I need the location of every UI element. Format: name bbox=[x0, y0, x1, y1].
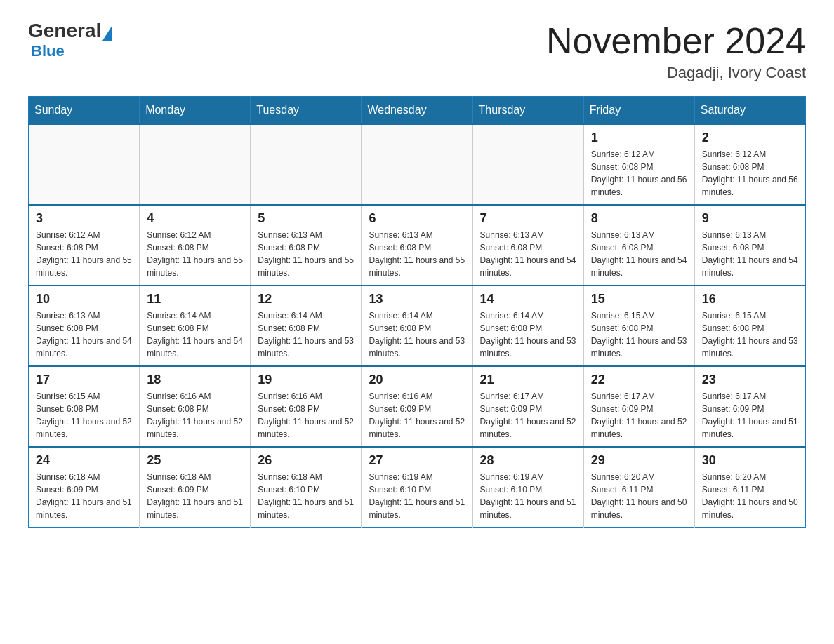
day-number: 3 bbox=[36, 211, 132, 226]
day-number: 9 bbox=[702, 211, 798, 226]
day-number: 7 bbox=[480, 211, 576, 226]
day-info: Sunrise: 6:15 AM Sunset: 6:08 PM Dayligh… bbox=[36, 390, 132, 441]
day-info: Sunrise: 6:18 AM Sunset: 6:10 PM Dayligh… bbox=[258, 471, 354, 521]
calendar-cell: 15Sunrise: 6:15 AM Sunset: 6:08 PM Dayli… bbox=[583, 286, 694, 366]
calendar-cell: 20Sunrise: 6:16 AM Sunset: 6:09 PM Dayli… bbox=[362, 366, 472, 447]
day-info: Sunrise: 6:18 AM Sunset: 6:09 PM Dayligh… bbox=[147, 471, 243, 521]
month-year-title: November 2024 bbox=[546, 21, 806, 61]
calendar-week-row: 3Sunrise: 6:12 AM Sunset: 6:08 PM Daylig… bbox=[29, 205, 806, 286]
calendar-cell: 27Sunrise: 6:19 AM Sunset: 6:10 PM Dayli… bbox=[362, 447, 472, 528]
weekday-header-wednesday: Wednesday bbox=[362, 97, 472, 125]
day-number: 30 bbox=[702, 453, 798, 468]
calendar-cell: 1Sunrise: 6:12 AM Sunset: 6:08 PM Daylig… bbox=[583, 124, 694, 205]
weekday-header-saturday: Saturday bbox=[694, 97, 805, 125]
day-number: 1 bbox=[591, 130, 687, 145]
day-number: 22 bbox=[591, 373, 687, 387]
calendar-week-row: 24Sunrise: 6:18 AM Sunset: 6:09 PM Dayli… bbox=[29, 447, 806, 528]
calendar-cell bbox=[29, 124, 140, 205]
calendar-cell: 16Sunrise: 6:15 AM Sunset: 6:08 PM Dayli… bbox=[694, 286, 805, 366]
day-number: 10 bbox=[36, 292, 132, 307]
calendar-cell: 5Sunrise: 6:13 AM Sunset: 6:08 PM Daylig… bbox=[251, 205, 362, 286]
weekday-header-tuesday: Tuesday bbox=[251, 97, 362, 125]
calendar-table: SundayMondayTuesdayWednesdayThursdayFrid… bbox=[28, 96, 806, 528]
calendar-cell: 6Sunrise: 6:13 AM Sunset: 6:08 PM Daylig… bbox=[362, 205, 472, 286]
calendar-cell bbox=[140, 124, 251, 205]
calendar-week-row: 1Sunrise: 6:12 AM Sunset: 6:08 PM Daylig… bbox=[29, 124, 806, 205]
day-info: Sunrise: 6:14 AM Sunset: 6:08 PM Dayligh… bbox=[369, 309, 465, 360]
day-info: Sunrise: 6:16 AM Sunset: 6:09 PM Dayligh… bbox=[369, 390, 465, 441]
calendar-cell: 30Sunrise: 6:20 AM Sunset: 6:11 PM Dayli… bbox=[694, 447, 805, 528]
day-info: Sunrise: 6:17 AM Sunset: 6:09 PM Dayligh… bbox=[591, 390, 687, 441]
day-info: Sunrise: 6:13 AM Sunset: 6:08 PM Dayligh… bbox=[591, 229, 687, 279]
day-number: 17 bbox=[36, 373, 132, 387]
calendar-cell: 3Sunrise: 6:12 AM Sunset: 6:08 PM Daylig… bbox=[29, 205, 140, 286]
day-info: Sunrise: 6:14 AM Sunset: 6:08 PM Dayligh… bbox=[480, 309, 576, 360]
day-info: Sunrise: 6:17 AM Sunset: 6:09 PM Dayligh… bbox=[702, 390, 798, 441]
weekday-header-thursday: Thursday bbox=[472, 97, 583, 125]
day-number: 13 bbox=[369, 292, 465, 307]
calendar-cell: 25Sunrise: 6:18 AM Sunset: 6:09 PM Dayli… bbox=[140, 447, 251, 528]
day-info: Sunrise: 6:18 AM Sunset: 6:09 PM Dayligh… bbox=[36, 471, 132, 521]
day-info: Sunrise: 6:13 AM Sunset: 6:08 PM Dayligh… bbox=[702, 229, 798, 279]
day-number: 27 bbox=[369, 453, 465, 468]
calendar-week-row: 10Sunrise: 6:13 AM Sunset: 6:08 PM Dayli… bbox=[29, 286, 806, 366]
day-info: Sunrise: 6:12 AM Sunset: 6:08 PM Dayligh… bbox=[591, 148, 687, 199]
calendar-cell: 22Sunrise: 6:17 AM Sunset: 6:09 PM Dayli… bbox=[583, 366, 694, 447]
calendar-cell: 2Sunrise: 6:12 AM Sunset: 6:08 PM Daylig… bbox=[694, 124, 805, 205]
calendar-cell: 11Sunrise: 6:14 AM Sunset: 6:08 PM Dayli… bbox=[140, 286, 251, 366]
calendar-cell: 4Sunrise: 6:12 AM Sunset: 6:08 PM Daylig… bbox=[140, 205, 251, 286]
calendar-cell: 9Sunrise: 6:13 AM Sunset: 6:08 PM Daylig… bbox=[694, 205, 805, 286]
logo-area: General Blue bbox=[28, 21, 114, 60]
location-subtitle: Dagadji, Ivory Coast bbox=[546, 64, 806, 82]
calendar-cell bbox=[472, 124, 583, 205]
calendar-cell: 7Sunrise: 6:13 AM Sunset: 6:08 PM Daylig… bbox=[472, 205, 583, 286]
day-number: 12 bbox=[258, 292, 354, 307]
calendar-cell: 26Sunrise: 6:18 AM Sunset: 6:10 PM Dayli… bbox=[251, 447, 362, 528]
day-info: Sunrise: 6:20 AM Sunset: 6:11 PM Dayligh… bbox=[702, 471, 798, 521]
calendar-cell: 23Sunrise: 6:17 AM Sunset: 6:09 PM Dayli… bbox=[694, 366, 805, 447]
day-info: Sunrise: 6:12 AM Sunset: 6:08 PM Dayligh… bbox=[147, 229, 243, 279]
calendar-cell: 21Sunrise: 6:17 AM Sunset: 6:09 PM Dayli… bbox=[472, 366, 583, 447]
calendar-cell: 13Sunrise: 6:14 AM Sunset: 6:08 PM Dayli… bbox=[362, 286, 472, 366]
day-info: Sunrise: 6:12 AM Sunset: 6:08 PM Dayligh… bbox=[36, 229, 132, 279]
day-info: Sunrise: 6:20 AM Sunset: 6:11 PM Dayligh… bbox=[591, 471, 687, 521]
day-info: Sunrise: 6:13 AM Sunset: 6:08 PM Dayligh… bbox=[36, 309, 132, 360]
day-number: 15 bbox=[591, 292, 687, 307]
page-header: General Blue November 2024 Dagadji, Ivor… bbox=[28, 21, 806, 82]
day-number: 20 bbox=[369, 373, 465, 387]
logo-triangle-icon bbox=[102, 25, 112, 41]
calendar-cell: 18Sunrise: 6:16 AM Sunset: 6:08 PM Dayli… bbox=[140, 366, 251, 447]
day-number: 29 bbox=[591, 453, 687, 468]
day-info: Sunrise: 6:19 AM Sunset: 6:10 PM Dayligh… bbox=[480, 471, 576, 521]
day-number: 23 bbox=[702, 373, 798, 387]
day-number: 25 bbox=[147, 453, 243, 468]
day-number: 28 bbox=[480, 453, 576, 468]
day-number: 19 bbox=[258, 373, 354, 387]
day-info: Sunrise: 6:13 AM Sunset: 6:08 PM Dayligh… bbox=[258, 229, 354, 279]
calendar-cell: 8Sunrise: 6:13 AM Sunset: 6:08 PM Daylig… bbox=[583, 205, 694, 286]
day-info: Sunrise: 6:19 AM Sunset: 6:10 PM Dayligh… bbox=[369, 471, 465, 521]
calendar-cell: 24Sunrise: 6:18 AM Sunset: 6:09 PM Dayli… bbox=[29, 447, 140, 528]
day-info: Sunrise: 6:14 AM Sunset: 6:08 PM Dayligh… bbox=[258, 309, 354, 360]
weekday-header-sunday: Sunday bbox=[29, 97, 140, 125]
day-info: Sunrise: 6:12 AM Sunset: 6:08 PM Dayligh… bbox=[702, 148, 798, 199]
logo: General bbox=[28, 21, 114, 41]
calendar-cell bbox=[362, 124, 472, 205]
day-info: Sunrise: 6:13 AM Sunset: 6:08 PM Dayligh… bbox=[480, 229, 576, 279]
calendar-cell: 10Sunrise: 6:13 AM Sunset: 6:08 PM Dayli… bbox=[29, 286, 140, 366]
day-info: Sunrise: 6:14 AM Sunset: 6:08 PM Dayligh… bbox=[147, 309, 243, 360]
day-number: 24 bbox=[36, 453, 132, 468]
day-number: 18 bbox=[147, 373, 243, 387]
day-info: Sunrise: 6:16 AM Sunset: 6:08 PM Dayligh… bbox=[147, 390, 243, 441]
day-number: 16 bbox=[702, 292, 798, 307]
calendar-cell: 17Sunrise: 6:15 AM Sunset: 6:08 PM Dayli… bbox=[29, 366, 140, 447]
calendar-cell: 14Sunrise: 6:14 AM Sunset: 6:08 PM Dayli… bbox=[472, 286, 583, 366]
calendar-cell: 12Sunrise: 6:14 AM Sunset: 6:08 PM Dayli… bbox=[251, 286, 362, 366]
title-area: November 2024 Dagadji, Ivory Coast bbox=[546, 21, 806, 82]
logo-blue-text: Blue bbox=[31, 42, 65, 60]
day-number: 5 bbox=[258, 211, 354, 226]
day-info: Sunrise: 6:16 AM Sunset: 6:08 PM Dayligh… bbox=[258, 390, 354, 441]
calendar-header-row: SundayMondayTuesdayWednesdayThursdayFrid… bbox=[29, 97, 806, 125]
day-number: 8 bbox=[591, 211, 687, 226]
day-number: 14 bbox=[480, 292, 576, 307]
